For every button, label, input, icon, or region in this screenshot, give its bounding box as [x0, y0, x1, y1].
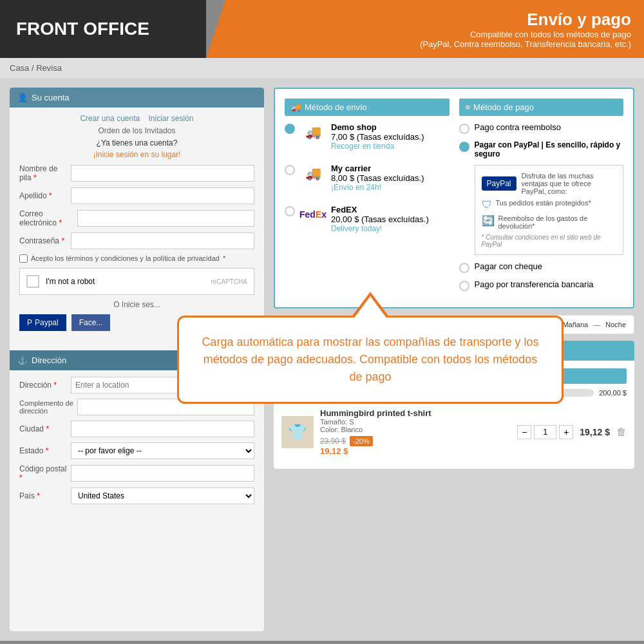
- contrasena-input[interactable]: [71, 232, 254, 249]
- cart-size: Tamaño: S: [320, 418, 511, 426]
- manana-label: Mañana: [562, 321, 588, 328]
- pago-paypal: Pagar con PayPal | Es sencillo, rápido y…: [459, 140, 624, 158]
- contrasena-label: Contraseña *: [19, 236, 71, 245]
- header-subtitle1: Compatible con todos los métodos de pago: [470, 30, 631, 39]
- codigo-label: Código postal *: [19, 464, 71, 482]
- shield-icon: 🛡: [482, 199, 492, 211]
- guest-order-label: Orden de los Invitados: [19, 126, 254, 135]
- user-icon: 👤: [17, 93, 28, 102]
- my-carrier-price: 8,00 $ (Tasas excluídas.): [331, 173, 450, 183]
- address-section-title: Dirección: [32, 355, 66, 365]
- balloon-content: Carga automática para mostrar las compañ…: [177, 316, 564, 404]
- pago-transferencia-radio[interactable]: [459, 281, 469, 291]
- envio-col-header: 🚚 Método de envío: [285, 99, 450, 116]
- demo-shop-price: 7,00 $ (Tasas excluídas.): [331, 132, 450, 142]
- ciudad-label: Ciudad *: [19, 424, 71, 433]
- correo-group: Correo electrónico *: [19, 209, 254, 227]
- terms-checkbox-group: Acepto los términos y condiciones y la p…: [19, 254, 254, 263]
- pago-cheque-radio[interactable]: [459, 263, 469, 273]
- cart-color: Color: Blanco: [320, 426, 511, 433]
- carrier-my-carrier: 🚚 My carrier 8,00 $ (Tasas excluídas.) ¡…: [285, 164, 450, 197]
- cart-item: 👕 Hummingbird printed t-shirt Tamaño: S …: [281, 403, 627, 461]
- paypal-benefit2-text: Reembolso de los gastos de devolución*: [498, 214, 617, 230]
- qty-input[interactable]: [534, 425, 556, 439]
- create-account-link[interactable]: Crear una cuenta: [80, 114, 140, 123]
- carrier-demo-radio[interactable]: [285, 124, 295, 134]
- pago-col-title: Método de pago: [473, 102, 534, 112]
- qty-decrease-button[interactable]: −: [517, 425, 531, 439]
- ya-tienes-text: ¿Ya tienes una cuenta?: [19, 138, 254, 147]
- my-carrier-logo: 🚚: [300, 164, 326, 183]
- o-inicia-text: O Inicie ses...: [19, 300, 254, 309]
- terms-checkbox[interactable]: [19, 254, 28, 263]
- my-carrier-name: My carrier: [331, 164, 450, 173]
- cart-original-price: 23,90 $: [320, 437, 346, 446]
- paypal-details-box: PayPal Disfruta de las muchas ventajas q…: [475, 165, 624, 255]
- demo-shop-name: Demo shop: [331, 122, 450, 132]
- nombre-group: Nombre de pila *: [19, 164, 254, 182]
- apellido-group: Apellido *: [19, 187, 254, 204]
- correo-input[interactable]: [77, 210, 254, 227]
- account-links: Crear una cuenta Iniciar sesión: [19, 114, 254, 123]
- captcha-label: I'm not a robot: [46, 277, 95, 286]
- cart-quantity-control: − +: [517, 425, 573, 439]
- pago-col-header: ≡ Método de pago: [459, 99, 624, 116]
- breadcrumb-home[interactable]: Casa: [10, 63, 29, 73]
- login-link[interactable]: Iniciar sesión: [149, 114, 194, 123]
- cart-delete-icon[interactable]: 🗑: [616, 426, 627, 438]
- truck-header-icon: 🚚: [291, 102, 301, 112]
- fedex-info: FedEX 20,00 $ (Tasas excluídas.) Deliver…: [331, 205, 450, 233]
- codigo-group: Código postal *: [19, 464, 254, 482]
- pago-reembolso: Pago contra reembolso: [459, 122, 624, 134]
- pago-paypal-radio[interactable]: [459, 142, 469, 152]
- product-thumbnail: 👕: [288, 423, 307, 441]
- ciudad-group: Ciudad *: [19, 421, 254, 437]
- pago-reembolso-radio[interactable]: [459, 124, 469, 134]
- carrier-fedex: FedEx FedEX 20,00 $ (Tasas excluídas.) D…: [285, 205, 450, 238]
- pago-reembolso-label: Pago contra reembolso: [475, 122, 561, 132]
- header-right: Envío y pago Compatible con todos los mé…: [206, 0, 644, 58]
- account-section-content: Crear una cuenta Iniciar sesión Orden de…: [10, 108, 264, 344]
- cart-discount-badge: -20%: [350, 436, 373, 446]
- carrier-my-radio[interactable]: [285, 165, 295, 175]
- demo-shop-note: Recoger en tienda: [331, 142, 450, 151]
- fedex-logo-text: FedEx: [299, 209, 327, 220]
- estado-group: Estado * -- por favor elige --: [19, 442, 254, 459]
- recaptcha-logo: reCAPTCHA: [211, 278, 247, 285]
- direccion-label-text: Dirección *: [19, 381, 71, 390]
- paypal-disclaimer: * Consultar condiciones en el sitio web …: [482, 234, 617, 248]
- fedex-name: FedEX: [331, 205, 450, 214]
- paypal-desc: Disfruta de las muchas ventajas que te o…: [522, 172, 616, 195]
- my-carrier-info: My carrier 8,00 $ (Tasas excluídas.) ¡En…: [331, 164, 450, 192]
- ciudad-input[interactable]: [71, 421, 254, 437]
- captcha-checkbox[interactable]: [26, 275, 39, 288]
- facebook-login-button[interactable]: Face...: [71, 314, 111, 331]
- header-subtitle2: (PayPal, Contra reembolso, Transferencia…: [420, 39, 631, 49]
- apellido-input[interactable]: [71, 187, 254, 204]
- paypal-benefit1-row: 🛡 Tus pedidos están protegidos*: [482, 199, 617, 211]
- inicia-sesion-link[interactable]: ¡Inicie sesión en su lugar!: [93, 150, 180, 159]
- balloon-text: Carga automática para mostrar las compañ…: [198, 334, 542, 386]
- codigo-input[interactable]: [71, 465, 254, 482]
- header-left: FRONT OFFICE: [0, 0, 206, 58]
- nombre-input[interactable]: [71, 165, 254, 182]
- delivery-truck-icon: 🚚: [305, 166, 321, 181]
- envio-column: 🚚 Método de envío 🚚 Demo shop 7,00 $: [285, 99, 450, 298]
- pais-select[interactable]: United States: [71, 488, 254, 504]
- page-title: Envío y pago: [527, 10, 631, 30]
- paypal-login-button[interactable]: P Paypal: [19, 314, 66, 331]
- envio-col-title: Método de envío: [305, 102, 367, 112]
- demo-shop-logo: 🚚: [300, 122, 326, 142]
- estado-select[interactable]: -- por favor elige --: [71, 442, 254, 459]
- pago-transferencia: Pago por transferencia bancaria: [459, 279, 624, 291]
- breadcrumb-current: Revisa: [36, 63, 62, 73]
- fedex-price: 20,00 $ (Tasas excluídas.): [331, 214, 450, 224]
- complemento-label: Complemento de dirección: [19, 399, 77, 415]
- pago-paypal-label: Pagar con PayPal | Es sencillo, rápido y…: [475, 140, 624, 158]
- fedex-note: Delivery today!: [331, 224, 450, 233]
- carrier-fedex-radio[interactable]: [285, 206, 295, 216]
- pago-column: ≡ Método de pago Pago contra reembolso P…: [459, 99, 624, 298]
- header: FRONT OFFICE Envío y pago Compatible con…: [0, 0, 644, 58]
- qty-increase-button[interactable]: +: [559, 425, 573, 439]
- paypal-benefit2-row: 🔄 Reembolso de los gastos de devolución*: [482, 214, 617, 230]
